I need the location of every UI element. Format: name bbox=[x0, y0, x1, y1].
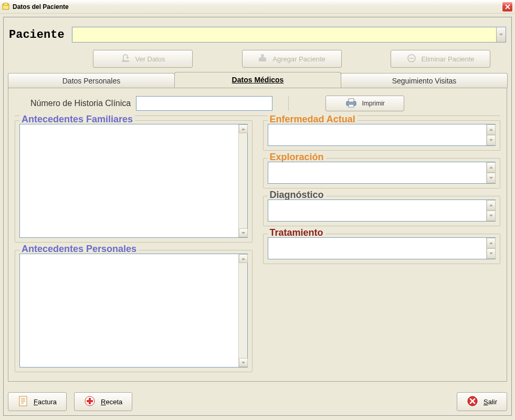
group-legend: Antecedentes Personales bbox=[19, 244, 139, 255]
chevron-down-icon bbox=[241, 232, 245, 234]
window-title: Datos del Paciente bbox=[13, 3, 69, 10]
chevron-down-icon bbox=[241, 362, 245, 364]
scrollbar[interactable] bbox=[486, 200, 495, 221]
svg-rect-2 bbox=[122, 60, 129, 62]
diagnostico-textarea[interactable] bbox=[268, 200, 496, 222]
scroll-down-button[interactable] bbox=[487, 248, 496, 259]
scroll-up-button[interactable] bbox=[239, 124, 248, 133]
chevron-down-icon bbox=[489, 139, 493, 141]
main-frame: Paciente Ver Datos Agregar Paciente Elim… bbox=[3, 17, 512, 416]
scroll-up-button[interactable] bbox=[487, 238, 496, 248]
historia-label: Número de Historia Clínica bbox=[30, 99, 131, 108]
chevron-up-icon bbox=[489, 166, 493, 169]
scroll-down-button[interactable] bbox=[487, 211, 496, 221]
prescription-icon bbox=[84, 395, 96, 408]
tab-datos-medicos[interactable]: Datos Médicos bbox=[174, 72, 341, 88]
antecedentes-personales-textarea[interactable] bbox=[19, 254, 248, 368]
agregar-paciente-button[interactable]: Agregar Paciente bbox=[242, 50, 342, 68]
tab-strip: Datos Personales Datos Médicos Seguimien… bbox=[8, 73, 507, 88]
historia-clinica-input[interactable] bbox=[136, 96, 272, 111]
eliminar-paciente-button[interactable]: Eliminar Paciente bbox=[391, 50, 490, 68]
svg-rect-17 bbox=[87, 400, 93, 402]
left-column: Antecedentes Familiares Antecedentes Per… bbox=[15, 120, 253, 372]
exploracion-group: Exploración bbox=[263, 158, 501, 188]
right-column: Enfermedad Actual Exploración bbox=[263, 120, 501, 372]
chevron-up-icon bbox=[489, 204, 493, 206]
svg-point-9 bbox=[354, 102, 355, 103]
paciente-label: Paciente bbox=[9, 28, 65, 41]
factura-button[interactable]: Factura bbox=[8, 392, 67, 411]
ver-datos-button[interactable]: Ver Datos bbox=[93, 50, 193, 68]
chevron-down-icon bbox=[489, 253, 493, 255]
exit-icon bbox=[467, 395, 478, 408]
scroll-down-button[interactable] bbox=[487, 173, 496, 183]
receta-label: Receta bbox=[101, 398, 122, 406]
delete-patient-icon bbox=[406, 53, 417, 65]
historia-row: Número de Historia Clínica Imprimir bbox=[15, 93, 500, 116]
chevron-down-icon bbox=[489, 177, 493, 179]
scroll-up-button[interactable] bbox=[487, 162, 496, 173]
tab-label: Datos Personales bbox=[62, 77, 121, 85]
tratamiento-group: Tratamiento bbox=[263, 234, 501, 264]
scrollbar[interactable] bbox=[486, 162, 495, 183]
scrollbar[interactable] bbox=[486, 124, 495, 145]
group-legend: Tratamiento bbox=[268, 227, 325, 238]
chevron-up-icon bbox=[241, 258, 245, 260]
group-legend: Exploración bbox=[268, 152, 326, 163]
scroll-down-button[interactable] bbox=[239, 228, 248, 237]
scrollbar[interactable] bbox=[486, 238, 495, 259]
imprimir-label: Imprimir bbox=[362, 100, 385, 107]
enfermedad-actual-textarea[interactable] bbox=[268, 124, 496, 146]
chevron-down-icon bbox=[489, 215, 493, 217]
scrollbar[interactable] bbox=[238, 124, 247, 237]
divider bbox=[288, 96, 289, 111]
imprimir-button[interactable]: Imprimir bbox=[325, 96, 404, 111]
group-legend: Enfermedad Actual bbox=[268, 114, 358, 125]
svg-point-3 bbox=[127, 57, 129, 59]
bottom-bar: Factura Receta Salir bbox=[8, 392, 507, 411]
antecedentes-familiares-group: Antecedentes Familiares bbox=[15, 120, 253, 243]
scrollbar[interactable] bbox=[238, 254, 247, 367]
tab-body: Número de Historia Clínica Imprimir Ante… bbox=[8, 88, 507, 382]
eliminar-paciente-label: Eliminar Paciente bbox=[421, 55, 474, 63]
combobox-dropdown-button[interactable] bbox=[496, 27, 506, 42]
tab-label: Datos Médicos bbox=[232, 76, 284, 84]
window-close-button[interactable] bbox=[502, 2, 513, 12]
exploracion-textarea[interactable] bbox=[268, 162, 496, 184]
paciente-combobox[interactable] bbox=[72, 27, 506, 43]
antecedentes-familiares-textarea[interactable] bbox=[19, 124, 248, 238]
group-legend: Antecedentes Familiares bbox=[19, 114, 135, 125]
paciente-row: Paciente bbox=[4, 17, 511, 48]
svg-rect-7 bbox=[349, 99, 354, 102]
add-patient-icon bbox=[258, 53, 268, 65]
scroll-up-button[interactable] bbox=[239, 254, 248, 263]
agregar-paciente-label: Agregar Paciente bbox=[272, 55, 325, 63]
salir-label: Salir bbox=[484, 398, 497, 406]
tab-label: Seguimiento Visitas bbox=[392, 77, 457, 85]
enfermedad-actual-group: Enfermedad Actual bbox=[263, 120, 501, 151]
scroll-up-button[interactable] bbox=[487, 200, 496, 211]
invoice-icon bbox=[18, 395, 28, 408]
svg-rect-8 bbox=[349, 104, 354, 107]
svg-rect-1 bbox=[4, 3, 8, 5]
printer-icon bbox=[345, 98, 357, 110]
scroll-up-button[interactable] bbox=[487, 124, 496, 135]
tab-datos-personales[interactable]: Datos Personales bbox=[8, 73, 175, 88]
tab-container: Datos Personales Datos Médicos Seguimien… bbox=[8, 73, 507, 382]
antecedentes-personales-group: Antecedentes Personales bbox=[15, 250, 253, 372]
scroll-down-button[interactable] bbox=[239, 358, 248, 367]
scroll-down-button[interactable] bbox=[487, 135, 496, 145]
factura-label: Factura bbox=[34, 398, 57, 406]
app-icon bbox=[2, 3, 10, 11]
close-icon bbox=[505, 4, 510, 9]
microscope-icon bbox=[120, 53, 131, 65]
tratamiento-textarea[interactable] bbox=[268, 237, 496, 259]
receta-button[interactable]: Receta bbox=[74, 392, 132, 411]
ver-datos-label: Ver Datos bbox=[135, 55, 165, 63]
chevron-down-icon bbox=[499, 34, 503, 36]
window-titlebar: Datos del Paciente bbox=[0, 0, 515, 14]
top-button-row: Ver Datos Agregar Paciente Eliminar Paci… bbox=[4, 48, 511, 73]
chevron-up-icon bbox=[241, 128, 245, 130]
tab-seguimiento-visitas[interactable]: Seguimiento Visitas bbox=[341, 73, 508, 88]
salir-button[interactable]: Salir bbox=[457, 392, 507, 411]
